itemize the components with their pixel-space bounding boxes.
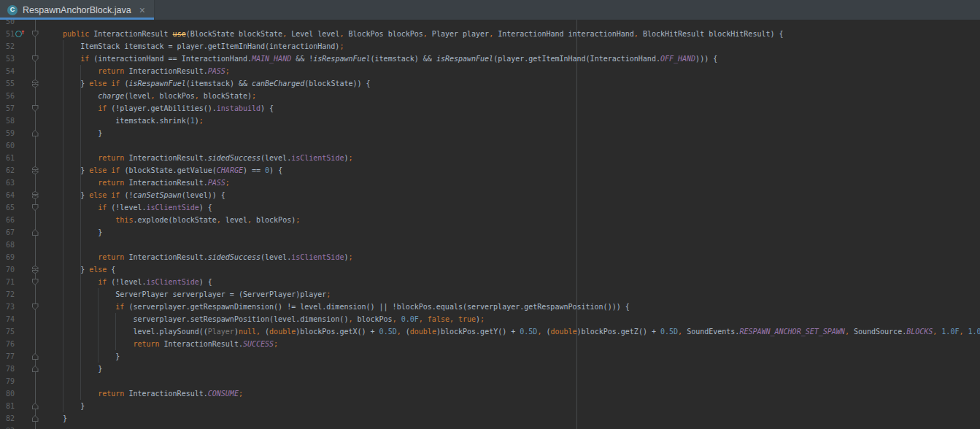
code-line: 83	[0, 425, 980, 429]
code-line: 72 ServerPlayer serverplayer = (ServerPl…	[0, 288, 980, 301]
code-line: 77 }	[0, 350, 980, 363]
code-line: 76 return InteractionResult.SUCCESS;	[0, 338, 980, 350]
code-text: }	[45, 400, 980, 412]
gutter-icon-slot	[15, 400, 25, 412]
code-text: }	[45, 363, 980, 375]
fold-slot	[25, 251, 45, 263]
line-number: 79	[0, 375, 15, 387]
gutter-icon-slot	[15, 313, 25, 325]
fold-marker[interactable]	[25, 363, 45, 375]
gutter-icon-slot	[15, 363, 25, 375]
code-line: 51↑ public InteractionResult use(BlockSt…	[0, 28, 980, 40]
fold-slot	[25, 20, 45, 28]
fold-slot	[25, 325, 45, 338]
code-text: if (!level.isClientSide) {	[45, 276, 980, 288]
code-editor[interactable]: 5051↑ public InteractionResult use(Block…	[0, 20, 980, 429]
code-line: 61 return InteractionResult.sidedSuccess…	[0, 152, 980, 164]
fold-marker[interactable]	[25, 412, 45, 425]
fold-marker[interactable]	[25, 189, 45, 201]
line-number: 66	[0, 214, 15, 226]
line-number: 50	[0, 20, 15, 28]
code-text: }	[45, 226, 980, 239]
gutter-icon-slot	[15, 239, 25, 251]
fold-marker[interactable]	[25, 263, 45, 276]
ide-window: C RespawnAnchorBlock.java × 5051↑ public…	[0, 0, 980, 429]
line-number: 78	[0, 363, 15, 375]
override-method-icon[interactable]: ↑	[15, 28, 25, 40]
gutter-icon-slot	[15, 387, 25, 400]
code-line: 55 } else if (isRespawnFuel(itemstack) &…	[0, 77, 980, 90]
code-text: } else if (!canSetSpawn(level)) {	[45, 189, 980, 201]
code-text: } else if (isRespawnFuel(itemstack) && c…	[45, 77, 980, 90]
code-line: 54 return InteractionResult.PASS;	[0, 65, 980, 77]
fold-slot	[25, 65, 45, 77]
gutter-icon-slot	[15, 276, 25, 288]
tab-respawnanchorblock-java[interactable]: C RespawnAnchorBlock.java ×	[0, 0, 155, 20]
gutter-icon-slot	[15, 350, 25, 363]
line-number: 72	[0, 288, 15, 301]
code-text: return InteractionResult.sidedSuccess(le…	[45, 251, 980, 263]
code-line: 62 } else if (blockState.getValue(CHARGE…	[0, 164, 980, 177]
code-text: }	[45, 350, 980, 363]
line-number: 52	[0, 40, 15, 53]
fold-marker[interactable]	[25, 301, 45, 313]
fold-marker[interactable]	[25, 400, 45, 412]
fold-end-icon	[32, 403, 39, 409]
fold-marker[interactable]	[25, 77, 45, 90]
fold-end-icon	[32, 229, 39, 236]
fold-marker[interactable]	[25, 53, 45, 65]
fold-marker[interactable]	[25, 276, 45, 288]
fold-slot	[25, 90, 45, 102]
code-text: }	[45, 127, 980, 139]
code-text: }	[45, 412, 980, 425]
code-line: 65 if (!level.isClientSide) {	[0, 201, 980, 214]
gutter-icon-slot	[15, 214, 25, 226]
fold-slot	[25, 214, 45, 226]
fold-marker[interactable]	[25, 350, 45, 363]
code-text: if (interactionHand == InteractionHand.M…	[45, 53, 980, 65]
code-text: return InteractionResult.SUCCESS;	[45, 338, 980, 350]
fold-slot	[25, 177, 45, 189]
code-line: 70 } else {	[0, 263, 980, 276]
fold-marker[interactable]	[25, 127, 45, 139]
fold-expand-icon	[32, 304, 39, 310]
gutter-icon-slot	[15, 251, 25, 263]
fold-marker[interactable]	[25, 102, 45, 115]
gutter-icon-slot	[15, 288, 25, 301]
fold-end-start-icon	[32, 80, 39, 88]
line-number: 55	[0, 77, 15, 90]
gutter-icon-slot	[15, 263, 25, 276]
code-line: 57 if (!player.getAbilities().instabuild…	[0, 102, 980, 115]
close-tab-icon[interactable]: ×	[139, 5, 145, 15]
fold-marker[interactable]	[25, 201, 45, 214]
line-number: 70	[0, 263, 15, 276]
code-text: return InteractionResult.PASS;	[45, 65, 980, 77]
line-number: 51	[0, 28, 15, 40]
gutter-icon-slot	[15, 152, 25, 164]
line-number: 60	[0, 139, 15, 152]
code-line: 58 itemstack.shrink(1);	[0, 115, 980, 127]
tab-title: RespawnAnchorBlock.java	[23, 5, 131, 15]
fold-slot	[25, 288, 45, 301]
code-line: 53 if (interactionHand == InteractionHan…	[0, 53, 980, 65]
line-number: 57	[0, 102, 15, 115]
code-line: 71 if (!level.isClientSide) {	[0, 276, 980, 288]
fold-end-start-icon	[32, 166, 39, 174]
code-text: return InteractionResult.CONSUME;	[45, 387, 980, 400]
code-line: 69 return InteractionResult.sidedSuccess…	[0, 251, 980, 263]
fold-marker[interactable]	[25, 164, 45, 177]
code-line: 56 charge(level, blockPos, blockState);	[0, 90, 980, 102]
fold-marker[interactable]	[25, 226, 45, 239]
code-line: 64 } else if (!canSetSpawn(level)) {	[0, 189, 980, 201]
gutter-icon-slot	[15, 115, 25, 127]
code-text: ServerPlayer serverplayer = (ServerPlaye…	[45, 288, 980, 301]
code-text: itemstack.shrink(1);	[45, 115, 980, 127]
code-line: 68	[0, 239, 980, 251]
line-number: 73	[0, 301, 15, 313]
fold-slot	[25, 40, 45, 53]
line-number: 76	[0, 338, 15, 350]
fold-expand-icon	[32, 31, 39, 37]
line-number: 68	[0, 239, 15, 251]
fold-marker[interactable]	[25, 28, 45, 40]
line-number: 75	[0, 325, 15, 338]
